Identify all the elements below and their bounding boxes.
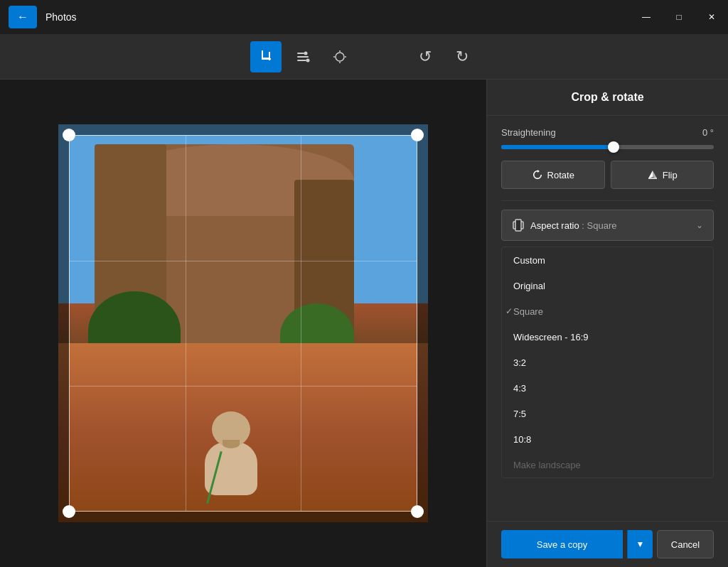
maximize-icon: □: [676, 12, 681, 22]
titlebar: ← Photos — □ ✕: [0, 0, 728, 34]
dropdown-label-7-5: 7:5: [513, 409, 526, 419]
svg-rect-1: [297, 53, 304, 54]
crop-handle-top-right[interactable]: [411, 129, 424, 141]
canvas-area: [0, 80, 486, 567]
filter-tool-button[interactable]: [324, 41, 355, 72]
crop-overlay-top: [58, 124, 428, 135]
dropdown-item-10-8[interactable]: 10:8: [502, 426, 713, 452]
aspect-ratio-separator: :: [582, 220, 587, 231]
dropdown-item-square[interactable]: ✓ Square: [502, 298, 713, 324]
svg-point-5: [336, 53, 344, 61]
crop-overlay-left: [58, 135, 69, 512]
dropdown-item-original[interactable]: Original: [502, 273, 713, 298]
aspect-ratio-icon: [512, 219, 525, 232]
svg-point-4: [306, 58, 310, 62]
svg-marker-11: [648, 171, 653, 178]
cancel-button[interactable]: Cancel: [657, 530, 714, 558]
slider-fill: [501, 145, 614, 149]
svg-rect-14: [515, 220, 521, 231]
dropdown-item-4-3[interactable]: 4:3: [502, 375, 713, 401]
adjust-icon: [295, 49, 311, 65]
straightening-section: Straightening 0 °: [487, 116, 728, 161]
slider-thumb[interactable]: [608, 141, 619, 153]
dropdown-item-3-2[interactable]: 3:2: [502, 350, 713, 375]
adjust-tool-button[interactable]: [287, 41, 318, 72]
aspect-ratio-chevron-icon: ⌄: [696, 220, 703, 230]
bottom-bar: Save a copy ▼ Cancel: [487, 521, 728, 567]
crop-handle-bottom-right[interactable]: [411, 505, 424, 518]
straightening-label-row: Straightening 0 °: [501, 127, 714, 138]
dropdown-label-3-2: 3:2: [513, 357, 526, 368]
straightening-label: Straightening: [501, 127, 556, 138]
crop-handle-top-left[interactable]: [63, 129, 75, 141]
app-title: Photos: [46, 11, 77, 23]
minimize-icon: —: [642, 12, 651, 22]
window-controls: — □ ✕: [630, 0, 728, 34]
back-button[interactable]: ←: [9, 6, 37, 28]
dropdown-label-landscape: Make landscape: [513, 460, 581, 470]
maximize-button[interactable]: □: [663, 0, 695, 34]
flip-button[interactable]: Flip: [611, 161, 714, 189]
minimize-button[interactable]: —: [630, 0, 663, 34]
dropdown-label-custom: Custom: [513, 255, 545, 266]
dog-head: [212, 411, 250, 447]
toolbar: ↺ ↻: [0, 34, 728, 80]
dog: [199, 410, 263, 495]
photo-image: [58, 124, 428, 522]
dropdown-label-square: Square: [513, 306, 543, 317]
svg-point-3: [304, 51, 308, 55]
rotate-button[interactable]: Rotate: [501, 161, 605, 189]
back-icon: ←: [17, 11, 28, 23]
redo-icon: ↻: [456, 48, 469, 66]
crop-overlay-right: [417, 135, 428, 512]
dropdown-label-10-8: 10:8: [513, 434, 531, 445]
flip-label: Flip: [663, 170, 678, 180]
aspect-ratio-button[interactable]: Aspect ratio : Square ⌄: [501, 210, 714, 241]
crop-tool-button[interactable]: [250, 41, 282, 72]
image-crop-container[interactable]: [58, 124, 428, 522]
rotate-icon: [532, 169, 543, 180]
dropdown-label-4-3: 4:3: [513, 383, 526, 394]
save-copy-dropdown-button[interactable]: ▼: [627, 530, 653, 558]
aspect-ratio-dropdown: Custom Original ✓ Square Widescreen - 16…: [501, 247, 714, 478]
dropdown-item-custom[interactable]: Custom: [502, 247, 713, 273]
main-area: Crop & rotate Straightening 0 ° Rotate: [0, 80, 728, 567]
divider: [501, 200, 714, 201]
ground: [58, 343, 428, 522]
aspect-ratio-current-value: Square: [587, 220, 617, 231]
rotate-label: Rotate: [547, 170, 574, 180]
svg-rect-0: [297, 56, 309, 58]
save-copy-button[interactable]: Save a copy: [501, 530, 623, 558]
rock-formation: [58, 124, 428, 522]
close-icon: ✕: [708, 12, 715, 22]
crop-overlay-bottom: [58, 512, 428, 522]
check-icon-square: ✓: [502, 306, 516, 316]
dropdown-item-landscape: Make landscape: [502, 452, 713, 477]
svg-marker-10: [653, 171, 657, 178]
dropdown-item-widescreen[interactable]: Widescreen - 16:9: [502, 324, 713, 350]
close-button[interactable]: ✕: [695, 0, 728, 34]
undo-button[interactable]: ↺: [410, 41, 441, 72]
dropdown-label-original: Original: [513, 281, 545, 291]
filter-icon: [332, 49, 348, 65]
flip-icon: [647, 169, 658, 180]
crop-handle-bottom-left[interactable]: [63, 505, 75, 518]
undo-icon: ↺: [419, 48, 432, 66]
panel-header: Crop & rotate: [487, 80, 728, 116]
svg-rect-2: [297, 60, 306, 61]
right-panel: Crop & rotate Straightening 0 ° Rotate: [486, 80, 728, 567]
dropdown-label-widescreen: Widescreen - 16:9: [513, 332, 589, 342]
straightening-slider[interactable]: [501, 145, 714, 149]
crop-icon: [258, 49, 274, 65]
aspect-ratio-label: Aspect ratio : Square: [530, 220, 616, 231]
dog-snout: [223, 440, 240, 448]
save-copy-chevron-icon: ▼: [636, 539, 645, 549]
redo-button[interactable]: ↻: [446, 41, 478, 72]
straightening-value: 0 °: [702, 127, 714, 138]
dropdown-item-7-5[interactable]: 7:5: [502, 401, 713, 426]
rotate-flip-row: Rotate Flip: [487, 161, 728, 200]
